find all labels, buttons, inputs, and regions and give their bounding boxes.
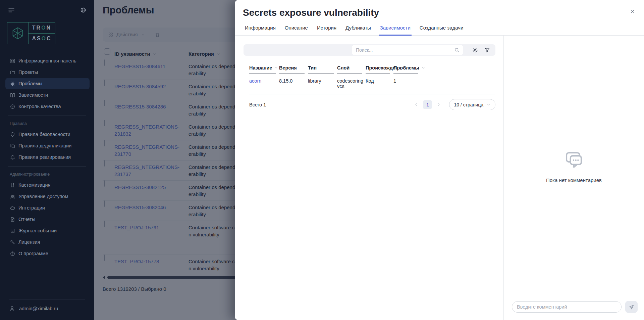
sidebar-item-dashboard[interactable]: Информационная панель	[5, 55, 90, 66]
key-icon	[10, 239, 15, 245]
logo-line-top: TRON	[29, 22, 55, 33]
sidebar-item-label: Контроль качества	[18, 104, 61, 109]
comment-input[interactable]	[512, 301, 622, 313]
deps-cell-version: 8.15.0	[279, 74, 308, 94]
comments-empty-text: Пока нет комментариев	[504, 177, 644, 183]
comments-icon	[564, 150, 584, 171]
sidebar-item-label: О программе	[18, 251, 48, 256]
deps-column-problems[interactable]: Проблемы	[393, 64, 418, 74]
sidebar-item-folder[interactable]: Проекты	[5, 66, 90, 78]
sort-chevron-icon	[421, 66, 425, 70]
page-size-select[interactable]: 10 / страница	[449, 99, 495, 110]
sidebar-item-bell[interactable]: Правила реагирования	[5, 151, 90, 163]
sidebar-item-label: Зависимости	[18, 92, 48, 98]
send-icon	[628, 304, 635, 310]
bell-icon	[10, 154, 15, 160]
dashboard-icon	[10, 58, 15, 64]
cloud-icon	[10, 205, 15, 211]
sidebar-item-label: Лицензия	[18, 239, 40, 245]
deps-table-row: acorn8.15.0librarycodescoring vcsКод1	[249, 74, 495, 94]
sidebar: TRON ASOC Информационная панельПроектыПр…	[0, 0, 94, 320]
pagination: Всего 1 1 10 / страница	[244, 99, 495, 110]
drawer-tab-1[interactable]: Информация	[245, 23, 276, 35]
deps-cell-name[interactable]: acorn	[249, 74, 279, 94]
sidebar-item-label: Правила безопасности	[18, 132, 70, 137]
deps-column-type[interactable]: Тип	[308, 64, 334, 74]
search-box	[352, 45, 463, 55]
deps-column-origin[interactable]: Происхожден...	[366, 64, 390, 74]
sort-chevron-icon	[274, 66, 278, 70]
deps-cell-type: library	[308, 74, 337, 94]
sidebar-item-journal[interactable]: Журнал событий	[5, 225, 90, 236]
deps-column-label: Слой	[337, 65, 350, 71]
sidebar-top-bar	[7, 6, 87, 14]
sidebar-item-label: Информационная панель	[18, 58, 76, 63]
search-input[interactable]	[352, 45, 463, 55]
sidebar-item-sliders[interactable]: Кастомизация	[5, 179, 90, 191]
shield-icon	[10, 132, 15, 137]
drawer-tab-6[interactable]: Созданные задачи	[420, 23, 464, 35]
sidebar-item-book[interactable]: Зависимости	[5, 89, 90, 101]
sidebar-divider	[8, 116, 86, 116]
check-circle-icon	[10, 104, 15, 109]
sidebar-section-label: Администрирование	[0, 170, 94, 179]
dependencies-toolbar	[244, 44, 495, 56]
sidebar-item-users[interactable]: Управление доступом	[5, 191, 90, 202]
duplicate-icon	[10, 143, 15, 149]
sidebar-item-cloud[interactable]: Интеграции	[5, 202, 90, 214]
page-number-button[interactable]: 1	[423, 100, 432, 109]
logo-line-bottom: ASOC	[29, 33, 55, 44]
dependencies-table: НазваниеВерсияТипСлойПроисхожден...Пробл…	[244, 64, 495, 94]
sidebar-item-shield[interactable]: Правила безопасности	[5, 129, 90, 140]
drawer-tab-4[interactable]: Дубликаты	[345, 23, 371, 35]
sidebar-item-label: Проекты	[18, 70, 38, 75]
sidebar-item-label: Проблемы	[18, 81, 42, 86]
chevron-left-icon[interactable]	[414, 102, 419, 107]
sidebar-item-duplicate[interactable]: Правила дедупликации	[5, 140, 90, 151]
chevron-right-icon[interactable]	[436, 102, 441, 107]
sidebar-user[interactable]: admin@ximilab.ru	[9, 300, 85, 320]
filter-icon[interactable]	[484, 47, 490, 53]
drawer-tab-3[interactable]: История	[317, 23, 336, 35]
sidebar-item-bug[interactable]: Проблемы	[5, 78, 90, 89]
close-icon[interactable]	[629, 8, 636, 15]
chevron-down-icon	[486, 102, 491, 107]
deps-column-name[interactable]: Название	[249, 64, 276, 74]
journal-icon	[10, 228, 15, 234]
hamburger-menu-icon[interactable]	[7, 6, 15, 14]
drawer-header: Secrets exposure vulnerability	[235, 0, 644, 18]
user-email: admin@ximilab.ru	[19, 306, 58, 311]
deps-column-label: Название	[249, 65, 272, 71]
drawer-tab-2[interactable]: Описание	[285, 23, 308, 35]
deps-cell-origin: Код	[366, 74, 393, 94]
deps-cell-problems: 1	[393, 74, 422, 94]
drawer-title: Secrets exposure vulnerability	[243, 7, 635, 18]
app-logo: TRON ASOC	[7, 22, 55, 44]
deps-column-version[interactable]: Версия	[279, 64, 305, 74]
sidebar-item-question[interactable]: О программе	[5, 248, 90, 259]
gear-icon[interactable]	[472, 47, 478, 53]
sidebar-item-key[interactable]: Лицензия	[5, 236, 90, 248]
app-root: TRON ASOC Информационная панельПроектыПр…	[0, 0, 644, 320]
globe-language-icon[interactable]	[80, 7, 87, 13]
sidebar-menu: Информационная панельПроектыПроблемыЗави…	[0, 55, 94, 259]
dependencies-table-header: НазваниеВерсияТипСлойПроисхожден...Пробл…	[249, 64, 495, 74]
search-icon	[454, 47, 460, 53]
logo-text: TRON ASOC	[29, 22, 55, 44]
sidebar-item-report[interactable]: Отчеты	[5, 214, 90, 225]
report-icon	[10, 217, 15, 222]
sidebar-item-label: Кастомизация	[18, 182, 50, 188]
bug-icon	[10, 81, 15, 87]
send-comment-button[interactable]	[625, 301, 638, 313]
sidebar-item-check-circle[interactable]: Контроль качества	[5, 101, 90, 112]
logo-cube-icon	[7, 22, 29, 44]
deps-column-label: Проблемы	[393, 65, 419, 71]
folder-icon	[10, 70, 15, 75]
dependencies-table-body: acorn8.15.0librarycodescoring vcsКод1	[249, 74, 495, 94]
sidebar-section-label: Правила	[0, 119, 94, 129]
users-icon	[10, 194, 15, 199]
deps-column-layer[interactable]: Слой	[337, 64, 362, 74]
deps-cell-layer: codescoring vcs	[337, 74, 366, 94]
drawer-tab-5[interactable]: Зависимости	[380, 23, 411, 35]
deps-column-label: Тип	[308, 65, 317, 71]
